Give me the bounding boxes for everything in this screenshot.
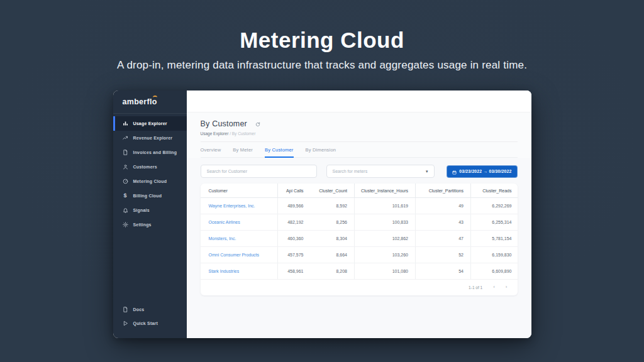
chevron-left-icon[interactable] [493, 285, 495, 290]
document-icon [123, 150, 128, 155]
calendar-icon [452, 166, 457, 177]
breadcrumb-separator: / [230, 131, 231, 136]
table-row: Monsters, Inc. 460,360 8,304 102,862 47 … [201, 231, 518, 247]
sidebar-item-invoices-and-billing[interactable]: Invoices and Billing [113, 145, 187, 160]
tab-by-customer[interactable]: By Customer [265, 147, 294, 158]
tab-by-meter[interactable]: By Meter [233, 147, 253, 157]
sidebar-item-billing-cloud[interactable]: Billing Cloud [113, 189, 187, 203]
bar-chart-icon [123, 121, 128, 126]
cluster-count-value: 8,304 [311, 231, 355, 247]
tab-overview[interactable]: Overview [201, 147, 221, 157]
cluster-partitions-value: 47 [416, 231, 471, 247]
customer-link[interactable]: Wayne Enterprises, Inc. [201, 198, 278, 214]
sidebar-item-settings[interactable]: Settings [113, 217, 187, 232]
table-row: Oceanic Airlines 482,192 8,256 100,833 4… [201, 214, 518, 231]
usage-table-card: Customer Api Calls Cluster_Count Cluster… [201, 184, 518, 295]
column-header-cluster-reads: Cluster_Reads [471, 184, 518, 198]
meter-search-select[interactable]: Search for meters [326, 165, 435, 178]
cluster-instance-hours-value: 101,080 [355, 263, 416, 280]
sidebar-item-label: Invoices and Billing [133, 150, 177, 155]
api-calls-value: 489,566 [278, 198, 311, 214]
sidebar-item-signals[interactable]: Signals [113, 203, 187, 217]
sidebar-item-quick-start[interactable]: Quick Start [113, 316, 187, 330]
page-content: Search for meters 03/23/2022 → 03/30/202… [187, 158, 531, 338]
cluster-reads-value: 6,609,890 [471, 263, 518, 280]
sidebar-item-label: Metering Cloud [133, 179, 167, 184]
cluster-partitions-value: 52 [416, 247, 471, 263]
api-calls-value: 460,360 [278, 231, 311, 247]
table-row: Omni Consumer Products 457,575 8,664 103… [201, 247, 518, 263]
gear-icon [123, 222, 128, 228]
sidebar-item-label: Settings [133, 222, 152, 227]
sidebar-item-customers[interactable]: Customers [113, 160, 187, 174]
meter-search-placeholder: Search for meters [333, 169, 368, 173]
hero-subtitle: A drop-in, metering data infrastructure … [0, 59, 644, 72]
cluster-reads-value: 6,292,269 [471, 198, 518, 214]
cluster-instance-hours-value: 101,619 [355, 198, 416, 214]
breadcrumb: Usage Explorer / By Customer [201, 131, 518, 136]
customer-search-input[interactable] [201, 165, 317, 178]
cluster-instance-hours-value: 100,833 [355, 214, 416, 231]
cluster-count-value: 8,592 [311, 198, 355, 214]
breadcrumb-parent[interactable]: Usage Explorer [201, 131, 229, 136]
usage-table: Customer Api Calls Cluster_Count Cluster… [201, 184, 518, 280]
sidebar-item-metering-cloud[interactable]: Metering Cloud [113, 174, 187, 189]
sidebar: amberflo Usage Explorer Revenue Explorer [113, 90, 187, 338]
amberflo-logo[interactable]: amberflo [113, 90, 187, 114]
sidebar-item-usage-explorer[interactable]: Usage Explorer [113, 116, 187, 131]
api-calls-value: 482,192 [278, 214, 311, 231]
cluster-instance-hours-value: 102,862 [355, 231, 416, 247]
cluster-reads-value: 5,781,154 [471, 231, 518, 247]
sidebar-item-label: Revenue Explorer [133, 136, 173, 140]
table-row: Stark Industries 458,961 8,208 101,080 5… [201, 263, 518, 280]
table-header-row: Customer Api Calls Cluster_Count Cluster… [201, 184, 518, 198]
person-icon [123, 164, 128, 170]
hero-title: Metering Cloud [0, 25, 644, 55]
column-header-api-calls: Api Calls [278, 184, 311, 198]
customer-link[interactable]: Monsters, Inc. [201, 231, 278, 247]
date-range-button[interactable]: 03/23/2022 → 03/30/2022 [447, 165, 517, 178]
column-header-cluster-count: Cluster_Count [311, 184, 355, 198]
dollar-icon [123, 193, 128, 199]
tab-bar: Overview By Meter By Customer By Dimensi… [201, 142, 518, 158]
chevron-down-icon [426, 169, 428, 173]
tab-by-dimension[interactable]: By Dimension [306, 147, 336, 157]
customer-link[interactable]: Omni Consumer Products [201, 247, 278, 263]
page-title: By Customer [201, 119, 247, 128]
cluster-count-value: 8,664 [311, 247, 355, 263]
main-panel: By Customer Usage Explorer / By Customer… [187, 90, 531, 338]
pagination: 1-1 of 1 [201, 280, 518, 295]
sidebar-item-revenue-explorer[interactable]: Revenue Explorer [113, 131, 187, 145]
cluster-partitions-value: 54 [416, 263, 471, 280]
trending-up-icon [123, 135, 128, 141]
cluster-partitions-value: 49 [416, 198, 471, 214]
sidebar-footer: Docs Quick Start [113, 302, 187, 330]
sidebar-item-label: Customers [133, 165, 157, 169]
sidebar-item-docs[interactable]: Docs [113, 302, 187, 316]
gauge-icon [123, 178, 128, 184]
cluster-count-value: 8,208 [311, 263, 355, 280]
api-calls-value: 458,961 [278, 263, 311, 280]
column-header-cluster-instance-hours: Cluster_Instance_Hours [355, 184, 416, 198]
app-window: amberflo Usage Explorer Revenue Explorer [113, 90, 531, 338]
sidebar-item-label: Signals [133, 208, 150, 212]
cluster-instance-hours-value: 103,260 [355, 247, 416, 263]
customer-link[interactable]: Oceanic Airlines [201, 214, 278, 231]
cluster-count-value: 8,256 [311, 214, 355, 231]
column-header-cluster-partitions: Cluster_Partitions [416, 184, 471, 198]
hero-section: Metering Cloud A drop-in, metering data … [0, 0, 644, 72]
table-row: Wayne Enterprises, Inc. 489,566 8,592 10… [201, 198, 518, 214]
pagination-label: 1-1 of 1 [469, 285, 482, 290]
chevron-right-icon[interactable] [506, 285, 508, 290]
cluster-reads-value: 6,159,830 [471, 247, 518, 263]
sidebar-nav: Usage Explorer Revenue Explorer Invoices… [113, 114, 187, 232]
sidebar-item-label: Billing Cloud [133, 194, 162, 198]
bell-icon [123, 207, 128, 213]
refresh-icon[interactable] [255, 118, 260, 129]
customer-link[interactable]: Stark Industries [201, 263, 278, 280]
api-calls-value: 457,575 [278, 247, 311, 263]
logo-text: amberflo [123, 97, 157, 106]
sidebar-item-label: Usage Explorer [133, 121, 167, 126]
document-icon [123, 307, 128, 312]
cluster-partitions-value: 43 [416, 214, 471, 231]
